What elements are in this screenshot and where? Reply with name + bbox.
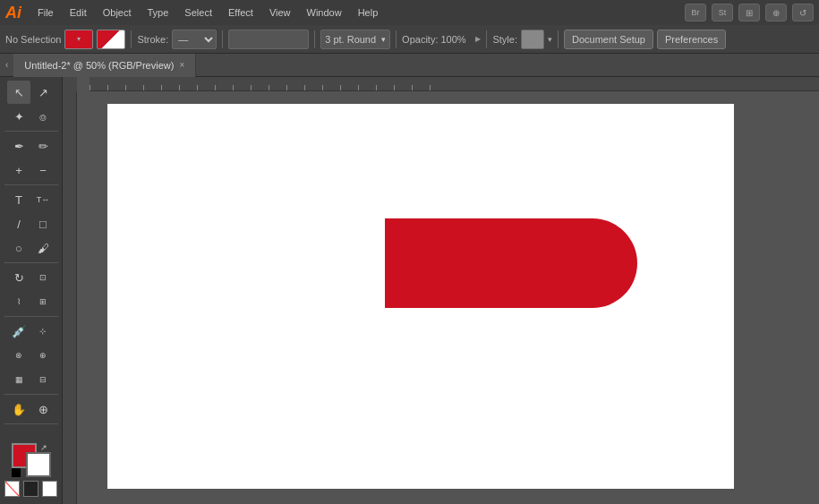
tool-row-4: + − — [7, 158, 55, 182]
menu-object[interactable]: Object — [96, 5, 139, 20]
direct-selection-tool[interactable]: ↗ — [31, 81, 55, 104]
grid-icon[interactable]: ⊞ — [738, 4, 760, 21]
eyedropper-tool[interactable]: 💉 — [7, 320, 30, 343]
opacity-arrow[interactable]: ▶ — [475, 35, 481, 43]
tab-arrow-icon[interactable]: ‹ — [0, 60, 13, 70]
preferences-button[interactable]: Preferences — [657, 30, 726, 49]
scale-tool[interactable]: ⊡ — [31, 266, 55, 289]
menu-type[interactable]: Type — [141, 5, 176, 20]
lasso-tool[interactable]: ⌾ — [31, 105, 55, 128]
canvas-area — [63, 77, 819, 504]
divider-3 — [314, 30, 315, 48]
menu-edit[interactable]: Edit — [63, 5, 94, 20]
stroke-text-label: Stroke: — [137, 34, 168, 45]
tab-close-icon[interactable]: × — [179, 60, 184, 70]
tool-divider-6 — [4, 423, 58, 424]
black-swatch[interactable] — [23, 481, 38, 497]
measure-tool[interactable]: ⊹ — [31, 320, 55, 343]
color-swatch-area: ↗ — [4, 443, 58, 500]
opacity-value[interactable]: 100% — [440, 34, 473, 45]
toolbar: No Selection ▾ Stroke: — 3 pt. Round ▾ O… — [0, 25, 819, 54]
tool-row-12: ▦ ⊟ — [7, 368, 55, 391]
tool-row-10: 💉 ⊹ — [7, 320, 55, 343]
vertical-ruler — [63, 77, 77, 504]
magic-wand-tool[interactable]: ✦ — [7, 105, 30, 128]
doc-setup-button[interactable]: Document Setup — [564, 30, 653, 49]
opacity-area: Opacity: 100% ▶ — [402, 34, 481, 45]
tool-row-1: ↖ ↗ — [7, 81, 55, 104]
column-graph-tool[interactable]: ▦ — [7, 368, 30, 391]
tool-divider-3 — [4, 262, 58, 263]
tool-divider-4 — [4, 316, 58, 317]
selection-tool[interactable]: ↖ — [7, 81, 30, 104]
main-area: ↖ ↗ ✦ ⌾ ✒ ✏ + − T T↔ / □ ○ 🖌 ↻ — [0, 77, 819, 504]
stock-icon[interactable]: St — [712, 4, 733, 21]
menu-icons: Br St ⊞ ⊕ ↺ — [685, 4, 814, 21]
tool-divider-1 — [4, 131, 58, 132]
menu-help[interactable]: Help — [351, 5, 386, 20]
ruler-corner — [63, 77, 77, 91]
reset-colors-icon[interactable] — [12, 468, 21, 477]
style-box[interactable] — [521, 30, 544, 49]
menu-file[interactable]: File — [30, 5, 61, 20]
tab-bar: ‹ Untitled-2* @ 50% (RGB/Preview) × — [0, 54, 819, 77]
artboard — [107, 104, 734, 489]
pen-tool[interactable]: ✒ — [7, 134, 30, 158]
white-swatch[interactable] — [42, 481, 57, 497]
rect-tool[interactable]: □ — [31, 212, 55, 235]
zoom-tool[interactable]: ⊕ — [31, 397, 55, 421]
symbol-tool[interactable]: ⊕ — [31, 344, 55, 367]
hand-tool[interactable]: ✋ — [7, 397, 30, 421]
divider-6 — [558, 30, 559, 48]
free-transform-tool[interactable]: ⊞ — [31, 290, 55, 313]
menu-view[interactable]: View — [262, 5, 298, 20]
tool-row-6: / □ — [7, 212, 55, 235]
artboard-tool[interactable]: ⊟ — [31, 368, 55, 391]
menu-effect[interactable]: Effect — [221, 5, 260, 20]
type-tool[interactable]: T — [7, 188, 30, 211]
bridge-icon[interactable]: Br — [685, 4, 706, 21]
add-anchor-tool[interactable]: + — [7, 158, 30, 182]
tool-row-8: ↻ ⊡ — [7, 266, 55, 289]
document-tab[interactable]: Untitled-2* @ 50% (RGB/Preview) × — [13, 54, 196, 77]
none-swatch[interactable] — [4, 481, 20, 497]
toolbox: ↖ ↗ ✦ ⌾ ✒ ✏ + − T T↔ / □ ○ 🖌 ↻ — [0, 77, 63, 504]
tool-row-9: ⌇ ⊞ — [7, 290, 55, 313]
sync-icon[interactable]: ↺ — [792, 4, 814, 21]
tool-row-13: ✋ ⊕ — [7, 397, 55, 421]
paint-brush-tool[interactable]: 🖌 — [31, 236, 55, 260]
canvas-shape — [385, 218, 637, 308]
menu-window[interactable]: Window — [300, 5, 349, 20]
pt-round-select[interactable]: 3 pt. Round ▾ — [320, 30, 390, 49]
delete-anchor-tool[interactable]: − — [31, 158, 55, 182]
line-tool[interactable]: / — [7, 212, 30, 235]
swap-colors-icon[interactable]: ↗ — [40, 443, 51, 454]
tool-row-7: ○ 🖌 — [7, 236, 55, 260]
rotate-tool[interactable]: ↻ — [7, 266, 30, 289]
main-colors: ↗ — [12, 443, 51, 477]
opacity-label: Opacity: — [402, 34, 438, 45]
stroke-profile-input[interactable] — [228, 30, 309, 49]
blend-tool[interactable]: ⊗ — [7, 344, 30, 367]
menu-select[interactable]: Select — [177, 5, 219, 20]
tool-divider-5 — [4, 394, 58, 395]
apps-icon[interactable]: ⊕ — [765, 4, 787, 21]
tool-row-3: ✒ ✏ — [7, 134, 55, 158]
ai-logo: Ai — [5, 4, 21, 22]
selection-label: No Selection — [5, 34, 61, 45]
stroke-color-box[interactable] — [97, 30, 125, 49]
ellipse-tool[interactable]: ○ — [7, 236, 30, 260]
pt-round-label: 3 pt. Round — [325, 34, 376, 45]
stroke-weight-select[interactable]: — — [172, 30, 217, 49]
divider-1 — [131, 30, 132, 48]
warp-tool[interactable]: ⌇ — [7, 290, 30, 313]
background-color[interactable] — [26, 452, 51, 477]
divider-4 — [396, 30, 397, 48]
style-arrow[interactable]: ▾ — [548, 35, 552, 44]
fill-color-box[interactable]: ▾ — [64, 30, 93, 49]
pencil-tool[interactable]: ✏ — [31, 134, 55, 158]
touch-type-tool[interactable]: T↔ — [31, 188, 55, 211]
divider-2 — [222, 30, 223, 48]
tool-row-5: T T↔ — [7, 188, 55, 211]
tab-title: Untitled-2* @ 50% (RGB/Preview) — [24, 60, 174, 71]
